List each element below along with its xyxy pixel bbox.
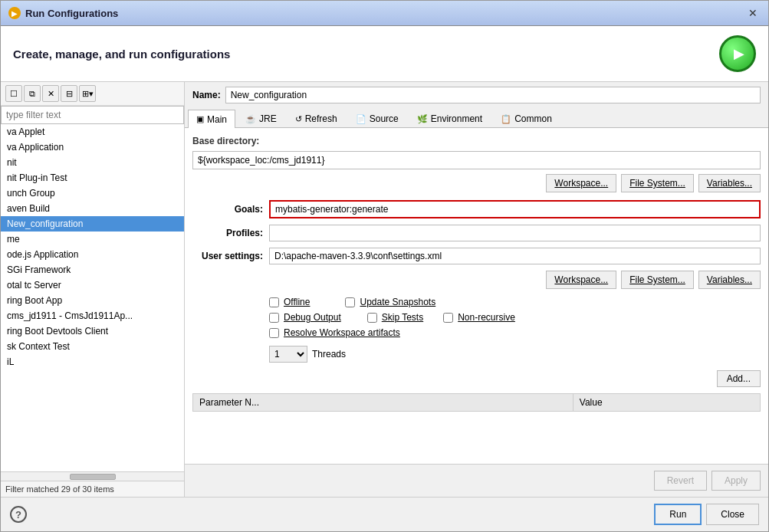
skip-tests-label[interactable]: Skip Tests [382, 312, 423, 323]
list-item[interactable]: sk Context Test [1, 339, 184, 354]
revert-button[interactable]: Revert [654, 471, 707, 491]
base-dir-input[interactable] [192, 151, 761, 169]
environment-tab-icon: 🌿 [417, 114, 428, 124]
list-item[interactable]: nit Plug-in Test [1, 170, 184, 186]
user-settings-row: User settings: [192, 248, 761, 264]
list-item[interactable]: nit [1, 155, 184, 170]
goals-input[interactable] [269, 200, 761, 218]
tab-environment[interactable]: 🌿 Environment [409, 110, 491, 127]
filter-status: Filter matched 29 of 30 items [1, 481, 184, 497]
checkbox-row-1: Offline Update Snapshots [269, 297, 761, 307]
left-panel: ☐ ⧉ ✕ ⊟ ⊞▾ va Applet va Application nit … [1, 82, 185, 497]
threads-row: 1 2 4 Threads [192, 346, 761, 363]
update-snapshots-label[interactable]: Update Snapshots [360, 297, 435, 307]
app-icon: ▶ [8, 7, 21, 19]
list-item[interactable]: unch Group [1, 186, 184, 201]
expand-button[interactable]: ⊞▾ [79, 85, 96, 102]
filter-input[interactable] [1, 106, 184, 124]
profiles-input[interactable] [269, 225, 761, 241]
add-parameter-button[interactable]: Add... [717, 370, 761, 387]
header-area: Create, manage, and run configurations [1, 26, 768, 82]
help-icon[interactable]: ? [10, 506, 27, 523]
name-input[interactable] [225, 87, 761, 103]
goals-label: Goals: [192, 204, 269, 215]
tab-source[interactable]: 📄 Source [347, 110, 407, 127]
tab-jre-label: JRE [259, 113, 277, 124]
threads-label: Threads [312, 349, 346, 360]
debug-output-checkbox[interactable] [269, 313, 279, 323]
tab-main[interactable]: ▣ Main [188, 110, 235, 128]
offline-label[interactable]: Offline [284, 297, 310, 307]
right-panel: Name: ▣ Main ☕ JRE ↺ Refresh 📄 [185, 82, 768, 497]
tab-source-label: Source [370, 113, 399, 124]
list-item[interactable]: iL [1, 354, 184, 369]
name-label: Name: [192, 90, 221, 100]
close-icon[interactable]: ✕ [745, 5, 761, 21]
delete-config-button[interactable]: ✕ [42, 85, 59, 102]
param-col1-header: Parameter N... [193, 394, 573, 412]
copy-config-button[interactable]: ⧉ [24, 85, 41, 102]
list-item[interactable]: cms_jd1911 - CmsJd1911Ap... [1, 308, 184, 323]
tab-common[interactable]: 📋 Common [492, 110, 560, 127]
title-bar: ▶ Run Configurations ✕ [1, 1, 768, 26]
filesystem-button-1[interactable]: File System... [621, 174, 694, 192]
checkboxes-section: Offline Update Snapshots Debug Output [192, 297, 761, 338]
list-item[interactable]: ring Boot Devtools Client [1, 323, 184, 339]
base-dir-label: Base directory: [192, 136, 761, 146]
non-recursive-label[interactable]: Non-recursive [458, 312, 515, 323]
list-item[interactable]: va Applet [1, 124, 184, 140]
non-recursive-checkbox[interactable] [443, 313, 453, 323]
tab-environment-label: Environment [431, 113, 482, 124]
filesystem-button-2[interactable]: File System... [621, 271, 694, 289]
dialog-footer: ? Run Close [1, 497, 768, 531]
debug-output-label[interactable]: Debug Output [284, 312, 341, 323]
tab-refresh[interactable]: ↺ Refresh [287, 110, 346, 127]
run-circle-button[interactable] [719, 35, 756, 72]
run-button[interactable]: Run [654, 504, 702, 525]
collapse-button[interactable]: ⊟ [61, 85, 77, 102]
dialog-title: Run Configurations [25, 8, 118, 19]
apply-button[interactable]: Apply [711, 471, 761, 491]
config-list: va Applet va Application nit nit Plug-in… [1, 124, 184, 471]
bottom-toolbar: Revert Apply [185, 464, 768, 497]
tab-common-label: Common [514, 113, 552, 124]
workspace-button-2[interactable]: Workspace... [546, 271, 616, 289]
skip-tests-checkbox[interactable] [367, 313, 377, 323]
threads-select[interactable]: 1 2 4 [269, 346, 307, 363]
new-config-button[interactable]: ☐ [5, 85, 22, 102]
left-toolbar: ☐ ⧉ ✕ ⊟ ⊞▾ [1, 82, 184, 106]
tabs-row: ▣ Main ☕ JRE ↺ Refresh 📄 Source 🌿 En [185, 108, 768, 128]
list-item[interactable]: ring Boot App [1, 293, 184, 308]
variables-button-1[interactable]: Variables... [698, 174, 761, 192]
footer-buttons: Run Close [654, 504, 759, 525]
title-bar-left: ▶ Run Configurations [8, 7, 118, 19]
source-tab-icon: 📄 [356, 114, 366, 124]
list-item[interactable]: aven Build [1, 201, 184, 216]
update-snapshots-checkbox[interactable] [345, 297, 355, 307]
close-button[interactable]: Close [706, 504, 759, 525]
run-configurations-dialog: ▶ Run Configurations ✕ Create, manage, a… [0, 0, 769, 532]
list-item[interactable]: otal tc Server [1, 277, 184, 293]
param-col2-header: Value [573, 394, 760, 412]
tab-main-label: Main [207, 114, 227, 125]
tab-refresh-label: Refresh [305, 113, 337, 124]
resolve-workspace-checkbox[interactable] [269, 328, 279, 338]
header-title: Create, manage, and run configurations [13, 48, 230, 61]
profiles-label: Profiles: [192, 228, 269, 238]
base-dir-buttons: Workspace... File System... Variables... [192, 174, 761, 192]
tab-jre[interactable]: ☕ JRE [237, 110, 285, 127]
resolve-workspace-label[interactable]: Resolve Workspace artifacts [284, 327, 400, 338]
main-tab-icon: ▣ [196, 114, 204, 124]
list-item[interactable]: ode.js Application [1, 247, 184, 262]
list-item[interactable]: va Application [1, 140, 184, 155]
user-settings-input[interactable] [269, 248, 761, 264]
selected-list-item[interactable]: New_configuration [1, 216, 184, 232]
main-tab-content: Base directory: Workspace... File System… [185, 128, 768, 464]
offline-checkbox[interactable] [269, 297, 279, 307]
jre-tab-icon: ☕ [245, 114, 256, 124]
workspace-button-1[interactable]: Workspace... [546, 174, 616, 192]
list-item[interactable]: SGi Framework [1, 262, 184, 277]
list-item[interactable]: me [1, 232, 184, 247]
horizontal-scrollbar[interactable] [1, 471, 184, 481]
variables-button-2[interactable]: Variables... [698, 271, 761, 289]
